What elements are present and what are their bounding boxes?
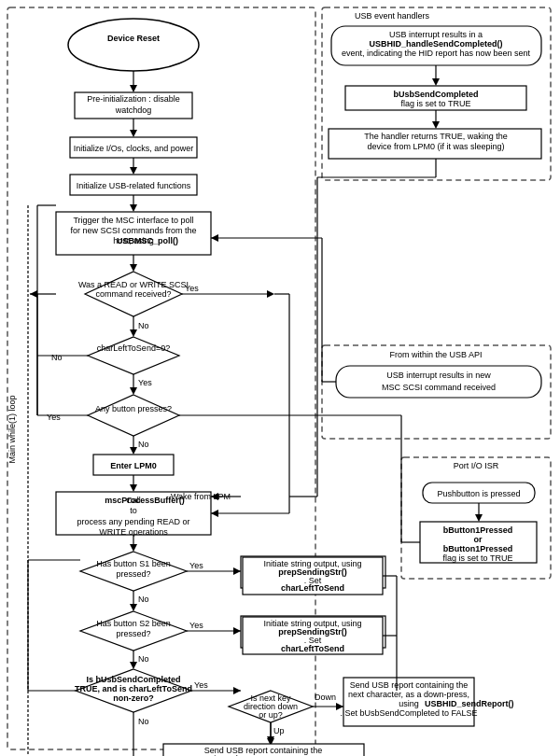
svg-marker-23 [130,329,137,337]
no-usb-complete: No [138,717,149,726]
bbutton-flag-box: bButton1Pressed [443,525,513,535]
busb-flag-box: bUsbSendCompleted [393,90,478,99]
svg-marker-87 [211,234,218,242]
char-left-diamond: charLeftToSend=0? [97,343,170,353]
svg-marker-28 [130,387,137,395]
svg-marker-55 [233,627,241,635]
busb-flag-box2: flag is set to TRUE [401,99,471,108]
any-button-diamond: Any button presses? [95,404,172,413]
svg-marker-61 [233,687,241,694]
pushbutton-box: Pushbutton is pressed [437,489,520,498]
svg-marker-6 [130,85,137,92]
pre-init-box: Pre-initialization : disable [87,94,180,104]
yes-usb-complete: Yes [194,680,208,690]
usb-event-handlers-label: USB event handlers [355,11,430,21]
device-reset-title: Device Reset [107,34,160,43]
bbutton-flag-box3: bButton1Pressed [443,544,513,553]
usb-interrupt-msc-box: USB interrupt results in new [386,371,491,380]
down-label: Down [315,693,336,702]
usb-complete-diamond2: TRUE, and is charLeftToSend [75,684,192,693]
s1-initiate-line4: charLeftToSend [281,583,344,593]
svg-marker-42 [211,510,218,517]
port-io-label: Port I/O ISR [454,461,499,470]
up-label: Up [273,726,285,735]
usb-interrupt-msc-box2: MSC SCSI command received [382,383,496,392]
svg-marker-12 [130,167,137,175]
handler-returns-box2: device from LPM0 (if it was sleeping) [367,142,504,151]
svg-marker-46 [130,544,137,552]
usb-interrupt-hid-bold: USBHID_handleSendCompleted() [369,39,502,49]
s1-diamond2: pressed? [116,569,150,579]
call-msc-box2: to [130,506,137,515]
send-down-bold: USBHID_sendReport() [425,699,514,708]
trigger-msc-box2: for new SCSI commands from the [70,226,196,235]
no-s2: No [138,654,149,664]
pre-init-box2: watchdog [115,105,152,115]
flowchart: USB event handlers From within the USB A… [0,0,560,756]
svg-marker-18 [130,264,137,272]
usb-interrupt-hid-box: USB interrupt results in a [389,30,483,39]
usb-complete-diamond: Is bUsbSendCompleted [86,675,180,684]
yes-s2: Yes [189,621,203,630]
svg-marker-24 [88,337,179,374]
s2-initiate-line4: charLeftToSend [281,644,344,653]
send-down-box4: . Set bUsbSendCompleted to FALSE [340,708,477,718]
trigger-msc-bold: USBMSC_poll() [117,236,178,245]
svg-marker-21 [267,290,274,298]
no-read-write: No [138,321,149,330]
svg-marker-32 [130,447,137,455]
main-loop-label: Main while(1) loop [7,395,17,463]
bbutton-flag-box4: flag is set to TRUE [443,553,513,563]
svg-marker-77 [432,121,440,129]
no-s1: No [138,595,149,604]
call-msc-box3: process any pending READ or [77,517,189,526]
send-down-box2: next character, as a down-press, [348,690,469,699]
s1-diamond: Has button S1 been [96,559,171,568]
svg-marker-49 [233,567,241,575]
send-down-box3: using [399,699,419,708]
read-write-diamond2: command received? [95,289,171,299]
init-ios-box: Initialize I/Os, clocks, and power [74,144,194,153]
svg-point-4 [68,19,199,71]
s2-diamond2: pressed? [116,629,150,638]
init-usb-box: Initialize USB-related functions [77,181,191,190]
svg-marker-52 [130,604,137,611]
send-down-box: Send USB report containing the [350,680,469,690]
read-write-diamond: Was a READ or WRITE SCSI [78,280,189,289]
svg-marker-35 [130,484,137,492]
usb-complete-diamond3: non-zero? [113,693,154,703]
svg-marker-58 [130,662,137,669]
s2-diamond: Has button S2 been [96,619,171,628]
svg-marker-29 [88,395,179,436]
svg-marker-9 [130,130,137,137]
yes-char-left: Yes [138,378,152,387]
svg-marker-15 [130,204,137,212]
yes-s1: Yes [189,561,203,570]
yes-any-button: Yes [47,413,61,422]
bbutton-flag-box2: or [474,535,483,544]
usb-interrupt-hid-box2: event, indicating the HID report has now… [342,49,531,58]
yes-read-write: Yes [185,284,199,293]
next-key-diamond3: or up? [259,710,283,720]
trigger-msc-box: Trigger the MSC interface to poll [73,216,193,225]
usb-api-label: From within the USB API [389,350,482,359]
handler-returns-box: The handler returns TRUE, waking the [364,132,507,141]
no-char-left: No [51,353,63,362]
svg-marker-74 [432,78,440,86]
no-any-button: No [138,440,149,449]
enter-lpm0-box: Enter LPM0 [110,461,157,470]
svg-marker-90 [475,514,483,522]
svg-marker-110 [30,290,37,298]
